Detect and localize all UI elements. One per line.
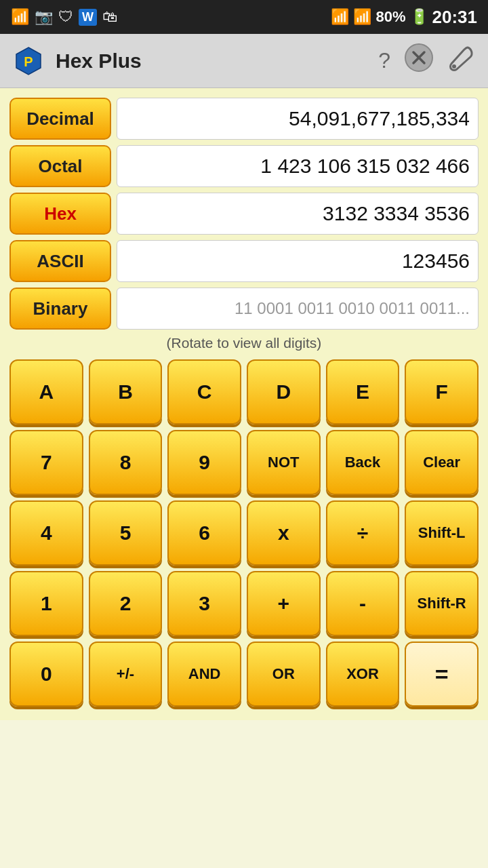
bag-icon: 🛍 (102, 8, 117, 26)
app-bar-actions: ? (378, 43, 477, 79)
w-icon: W (79, 9, 97, 26)
btn-clear[interactable]: Clear (405, 430, 479, 495)
signal-bars-icon: 📶 (353, 8, 371, 26)
ascii-row: ASCII 123456 (9, 240, 479, 282)
wifi-signal-icon: 📶 (331, 8, 349, 26)
btn-5[interactable]: 5 (89, 500, 163, 566)
binary-value[interactable]: 11 0001 0011 0010 0011 0011... (117, 288, 479, 330)
btn-8[interactable]: 8 (89, 430, 163, 495)
shield-icon: 🛡 (58, 8, 73, 26)
calc-row-2: 7 8 9 NOT Back Clear (9, 430, 479, 495)
binary-label[interactable]: Binary (9, 288, 111, 330)
image-icon: 📷 (35, 8, 53, 26)
hex-value[interactable]: 3132 3334 3536 (117, 193, 479, 235)
help-button[interactable]: ? (378, 48, 390, 73)
ascii-label[interactable]: ASCII (9, 240, 111, 282)
btn-f[interactable]: F (405, 359, 479, 425)
btn-or[interactable]: OR (247, 642, 321, 707)
ascii-value[interactable]: 123456 (117, 240, 479, 282)
btn-a[interactable]: A (9, 359, 83, 425)
btn-d[interactable]: D (247, 359, 321, 425)
octal-value[interactable]: 1 423 106 315 032 466 (117, 145, 479, 187)
octal-row: Octal 1 423 106 315 032 466 (9, 145, 479, 187)
btn-0[interactable]: 0 (9, 642, 83, 707)
btn-7[interactable]: 7 (9, 430, 83, 495)
btn-divide[interactable]: ÷ (326, 500, 400, 566)
battery-icon: 🔋 (410, 8, 428, 26)
svg-point-5 (452, 64, 456, 68)
btn-shift-left[interactable]: Shift-L (405, 500, 479, 566)
btn-3[interactable]: 3 (167, 571, 241, 636)
hint-text: (Rotate to view all digits) (9, 335, 479, 351)
decimal-row: Decimal 54,091,677,185,334 (9, 98, 479, 140)
btn-back[interactable]: Back (326, 430, 400, 495)
decimal-label[interactable]: Decimal (9, 98, 111, 140)
hex-row: Hex 3132 3334 3536 (9, 193, 479, 235)
status-bar: 📶 📷 🛡 W 🛍 📶 📶 80% 🔋 20:31 (0, 0, 488, 34)
calc-row-3: 4 5 6 x ÷ Shift-L (9, 500, 479, 566)
btn-9[interactable]: 9 (167, 430, 241, 495)
btn-subtract[interactable]: - (326, 571, 400, 636)
btn-6[interactable]: 6 (167, 500, 241, 566)
calc-row-1: A B C D E F (9, 359, 479, 425)
decimal-value[interactable]: 54,091,677,185,334 (117, 98, 479, 140)
status-right: 📶 📶 80% 🔋 20:31 (331, 7, 477, 28)
btn-2[interactable]: 2 (89, 571, 163, 636)
btn-b[interactable]: B (89, 359, 163, 425)
btn-not[interactable]: NOT (247, 430, 321, 495)
btn-add[interactable]: + (247, 571, 321, 636)
app-title: Hex Plus (56, 50, 378, 73)
btn-shift-right[interactable]: Shift-R (405, 571, 479, 636)
wifi-icon: 📶 (11, 8, 29, 26)
app-bar: P Hex Plus ? (0, 34, 488, 88)
main-content: Decimal 54,091,677,185,334 Octal 1 423 1… (0, 88, 488, 720)
app-logo: P (11, 43, 46, 79)
binary-row: Binary 11 0001 0011 0010 0011 0011... (9, 288, 479, 330)
btn-equals[interactable]: = (405, 642, 479, 707)
btn-4[interactable]: 4 (9, 500, 83, 566)
battery-percent: 80% (375, 8, 405, 26)
close-button[interactable] (404, 43, 434, 79)
btn-xor[interactable]: XOR (326, 642, 400, 707)
btn-c[interactable]: C (167, 359, 241, 425)
btn-and[interactable]: AND (167, 642, 241, 707)
status-left: 📶 📷 🛡 W 🛍 (11, 8, 117, 26)
tools-button[interactable] (447, 43, 477, 79)
btn-posneg[interactable]: +/- (89, 642, 163, 707)
octal-label[interactable]: Octal (9, 145, 111, 187)
hex-label[interactable]: Hex (9, 193, 111, 235)
clock: 20:31 (432, 7, 478, 28)
calc-row-5: 0 +/- AND OR XOR = (9, 642, 479, 707)
btn-1[interactable]: 1 (9, 571, 83, 636)
svg-text:P: P (24, 54, 33, 69)
btn-e[interactable]: E (326, 359, 400, 425)
btn-multiply[interactable]: x (247, 500, 321, 566)
calc-row-4: 1 2 3 + - Shift-R (9, 571, 479, 636)
